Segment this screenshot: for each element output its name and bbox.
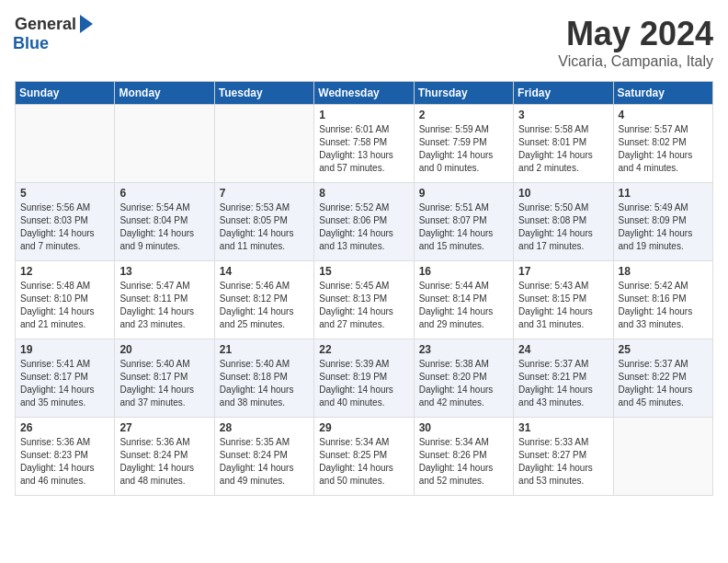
day-info: Sunrise: 5:49 AM Sunset: 8:09 PM Dayligh… [619,201,708,253]
weekday-header-friday: Friday [514,82,613,105]
calendar-cell: 21Sunrise: 5:40 AM Sunset: 8:18 PM Dayli… [214,339,313,418]
calendar-cell: 20Sunrise: 5:40 AM Sunset: 8:17 PM Dayli… [115,339,214,418]
day-number: 14 [220,265,309,278]
calendar-cell [214,105,313,183]
day-number: 6 [119,187,209,200]
calendar-cell [613,418,712,496]
day-info: Sunrise: 5:46 AM Sunset: 8:12 PM Dayligh… [220,280,309,331]
day-number: 29 [319,421,408,434]
day-number: 26 [20,421,109,434]
calendar-week-row: 1Sunrise: 6:01 AM Sunset: 7:58 PM Daylig… [16,105,713,183]
day-info: Sunrise: 5:34 AM Sunset: 8:26 PM Dayligh… [419,436,508,488]
calendar-cell: 2Sunrise: 5:59 AM Sunset: 7:59 PM Daylig… [414,105,513,183]
day-number: 12 [20,265,109,278]
calendar-week-row: 5Sunrise: 5:56 AM Sunset: 8:03 PM Daylig… [16,183,713,261]
day-number: 3 [518,109,608,121]
day-number: 28 [220,421,309,434]
weekday-header-row: SundayMondayTuesdayWednesdayThursdayFrid… [16,82,713,105]
day-number: 30 [419,421,508,434]
calendar-cell: 5Sunrise: 5:56 AM Sunset: 8:03 PM Daylig… [16,183,115,261]
logo-general-text: General [15,15,76,34]
logo: General Blue [15,15,93,53]
day-number: 5 [20,187,109,200]
calendar-cell: 10Sunrise: 5:50 AM Sunset: 8:08 PM Dayli… [514,183,613,261]
day-info: Sunrise: 5:34 AM Sunset: 8:25 PM Dayligh… [319,436,408,488]
day-number: 9 [419,187,508,200]
calendar-cell: 25Sunrise: 5:37 AM Sunset: 8:22 PM Dayli… [613,339,712,418]
calendar-table: SundayMondayTuesdayWednesdayThursdayFrid… [15,81,713,496]
calendar-cell: 6Sunrise: 5:54 AM Sunset: 8:04 PM Daylig… [115,183,214,261]
day-info: Sunrise: 5:38 AM Sunset: 8:20 PM Dayligh… [419,358,508,409]
day-info: Sunrise: 5:58 AM Sunset: 8:01 PM Dayligh… [518,123,608,175]
day-info: Sunrise: 5:45 AM Sunset: 8:13 PM Dayligh… [319,280,408,331]
calendar-cell: 7Sunrise: 5:53 AM Sunset: 8:05 PM Daylig… [214,183,313,261]
day-number: 24 [518,343,608,356]
calendar-cell: 8Sunrise: 5:52 AM Sunset: 8:06 PM Daylig… [314,183,414,261]
day-info: Sunrise: 5:37 AM Sunset: 8:21 PM Dayligh… [518,358,608,409]
title-area: May 2024 Vicaria, Campania, Italy [558,15,713,70]
day-info: Sunrise: 5:37 AM Sunset: 8:22 PM Dayligh… [619,358,708,409]
month-title: May 2024 [558,15,713,53]
day-info: Sunrise: 5:57 AM Sunset: 8:02 PM Dayligh… [619,123,708,175]
day-number: 21 [220,343,309,356]
calendar-cell: 28Sunrise: 5:35 AM Sunset: 8:24 PM Dayli… [214,418,313,496]
calendar-cell: 1Sunrise: 6:01 AM Sunset: 7:58 PM Daylig… [314,105,414,183]
day-info: Sunrise: 5:40 AM Sunset: 8:18 PM Dayligh… [220,358,309,409]
day-info: Sunrise: 6:01 AM Sunset: 7:58 PM Dayligh… [319,123,408,175]
day-number: 27 [119,421,209,434]
weekday-header-wednesday: Wednesday [314,82,414,105]
day-number: 8 [319,187,408,200]
day-number: 15 [319,265,408,278]
calendar-cell: 27Sunrise: 5:36 AM Sunset: 8:24 PM Dayli… [115,418,214,496]
day-info: Sunrise: 5:39 AM Sunset: 8:19 PM Dayligh… [319,358,408,409]
calendar-cell: 13Sunrise: 5:47 AM Sunset: 8:11 PM Dayli… [115,261,214,339]
calendar-cell: 16Sunrise: 5:44 AM Sunset: 8:14 PM Dayli… [414,261,513,339]
day-number: 11 [619,187,708,200]
day-number: 31 [518,421,608,434]
day-number: 25 [619,343,708,356]
day-info: Sunrise: 5:42 AM Sunset: 8:16 PM Dayligh… [619,280,708,331]
calendar-cell: 19Sunrise: 5:41 AM Sunset: 8:17 PM Dayli… [16,339,115,418]
calendar-cell [115,105,214,183]
day-info: Sunrise: 5:44 AM Sunset: 8:14 PM Dayligh… [419,280,508,331]
day-number: 10 [518,187,608,200]
calendar-body: 1Sunrise: 6:01 AM Sunset: 7:58 PM Daylig… [16,105,713,496]
day-number: 7 [220,187,309,200]
day-info: Sunrise: 5:56 AM Sunset: 8:03 PM Dayligh… [20,201,109,253]
weekday-header-saturday: Saturday [613,82,712,105]
day-info: Sunrise: 5:36 AM Sunset: 8:24 PM Dayligh… [119,436,209,488]
day-info: Sunrise: 5:33 AM Sunset: 8:27 PM Dayligh… [518,436,608,488]
calendar-cell: 29Sunrise: 5:34 AM Sunset: 8:25 PM Dayli… [314,418,414,496]
day-number: 1 [319,109,408,121]
day-info: Sunrise: 5:41 AM Sunset: 8:17 PM Dayligh… [20,358,109,409]
calendar-cell: 18Sunrise: 5:42 AM Sunset: 8:16 PM Dayli… [613,261,712,339]
calendar-cell: 4Sunrise: 5:57 AM Sunset: 8:02 PM Daylig… [613,105,712,183]
day-info: Sunrise: 5:35 AM Sunset: 8:24 PM Dayligh… [220,436,309,488]
day-info: Sunrise: 5:54 AM Sunset: 8:04 PM Dayligh… [119,201,209,253]
day-number: 16 [419,265,508,278]
day-number: 23 [419,343,508,356]
day-info: Sunrise: 5:59 AM Sunset: 7:59 PM Dayligh… [419,123,508,175]
weekday-header-tuesday: Tuesday [214,82,313,105]
day-number: 17 [518,265,608,278]
calendar-cell: 22Sunrise: 5:39 AM Sunset: 8:19 PM Dayli… [314,339,414,418]
day-number: 4 [619,109,708,121]
day-number: 20 [119,343,209,356]
day-info: Sunrise: 5:40 AM Sunset: 8:17 PM Dayligh… [119,358,209,409]
page-header: General Blue May 2024 Vicaria, Campania,… [15,15,713,70]
day-info: Sunrise: 5:48 AM Sunset: 8:10 PM Dayligh… [20,280,109,331]
location-subtitle: Vicaria, Campania, Italy [558,53,713,70]
calendar-week-row: 26Sunrise: 5:36 AM Sunset: 8:23 PM Dayli… [16,418,713,496]
calendar-cell: 11Sunrise: 5:49 AM Sunset: 8:09 PM Dayli… [613,183,712,261]
calendar-cell [16,105,115,183]
calendar-cell: 23Sunrise: 5:38 AM Sunset: 8:20 PM Dayli… [414,339,513,418]
day-number: 13 [119,265,209,278]
day-info: Sunrise: 5:43 AM Sunset: 8:15 PM Dayligh… [518,280,608,331]
day-info: Sunrise: 5:51 AM Sunset: 8:07 PM Dayligh… [419,201,508,253]
day-info: Sunrise: 5:47 AM Sunset: 8:11 PM Dayligh… [119,280,209,331]
calendar-cell: 24Sunrise: 5:37 AM Sunset: 8:21 PM Dayli… [514,339,613,418]
day-number: 22 [319,343,408,356]
logo-blue-text: Blue [13,34,49,53]
calendar-cell: 14Sunrise: 5:46 AM Sunset: 8:12 PM Dayli… [214,261,313,339]
calendar-cell: 12Sunrise: 5:48 AM Sunset: 8:10 PM Dayli… [16,261,115,339]
